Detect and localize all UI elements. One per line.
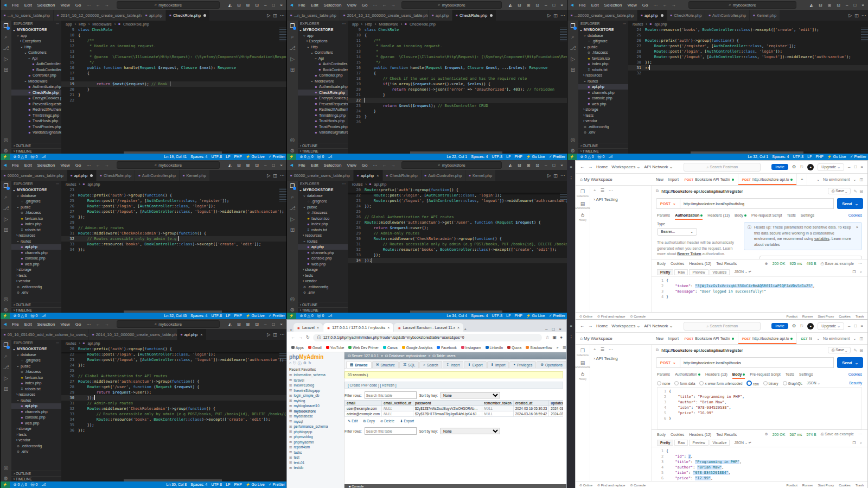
response-body-viewer[interactable]: 1{2 "token": "3|WjIszGs1sVcisgbL33XvC4rB… — [652, 276, 867, 313]
status-item-php[interactable]: PHP — [234, 314, 241, 318]
body-mode-none[interactable]: none — [657, 381, 670, 385]
forward-icon[interactable]: → — [588, 164, 592, 169]
layout-custom-icon[interactable]: ⊡ — [533, 163, 541, 168]
back-icon[interactable]: ← — [580, 324, 584, 328]
tree-item-database[interactable]: ⌄database — [578, 33, 628, 39]
run-debug-icon[interactable]: ▷ — [571, 56, 575, 62]
search-view-icon[interactable]: ⌕ — [4, 34, 8, 40]
tree-item-apiphp[interactable]: ■api.php — [11, 244, 61, 250]
footer-cookies[interactable]: Cookies — [839, 315, 851, 318]
window-search-box[interactable]: ⌕mybookstore — [688, 1, 796, 9]
pma-tab-operations[interactable]: ⚙Operations — [537, 361, 566, 368]
status-item-lf[interactable]: LF — [226, 483, 230, 487]
collections-icon[interactable]: ❐ — [580, 348, 585, 353]
footer-start-proxy[interactable]: Start Proxy — [818, 315, 834, 318]
console-tab[interactable]: ■ Console — [344, 484, 566, 488]
profile-avatar[interactable]: ● — [560, 335, 563, 340]
send-button[interactable]: Send⌄ — [837, 357, 863, 368]
code-editor[interactable]: 24Route::resource('books', BookControlle… — [628, 27, 868, 154]
menu-go[interactable]: Go — [73, 3, 84, 8]
menu-file[interactable]: File — [10, 3, 21, 8]
tree-item-storage[interactable]: ›storage — [578, 107, 628, 113]
editor-tab[interactable]: ■Kernel.php — [750, 10, 780, 21]
postman-search-box[interactable]: ⌕ Search Postman — [684, 322, 761, 331]
table-row[interactable]: admin@example.comNULL$2y$12$H1T8mwaT8qUg… — [345, 411, 564, 417]
status-item-prettier[interactable]: ✓ Prettier — [269, 483, 285, 487]
new-button[interactable]: New — [654, 178, 666, 181]
tree-item-exceptions[interactable]: ›Exceptions — [298, 39, 348, 45]
db-item-report4am[interactable]: ⊞report4am — [289, 445, 342, 450]
url-input[interactable]: http://mybookstore.local/api/books — [680, 357, 834, 368]
editor-tab[interactable]: ■AuthController.php — [135, 170, 180, 181]
tree-item-apiphp[interactable]: ■api.php — [578, 84, 628, 90]
breadcrumb-item[interactable]: api.php — [87, 182, 100, 186]
tree-item-htaccess[interactable]: ⚙.htaccess — [578, 50, 628, 56]
tree-item-resources[interactable]: ›resources — [578, 73, 628, 79]
tree-item-consolephp[interactable]: ■console.php — [11, 256, 61, 262]
expand-icon[interactable]: ⊞ — [289, 455, 292, 460]
explorer-icon[interactable]: ❐ — [4, 183, 9, 189]
minimize-button[interactable]: – — [542, 3, 549, 8]
menu-edit[interactable]: Edit — [589, 3, 601, 8]
panel-timeline[interactable]: › TIMELINE — [298, 307, 348, 313]
editor-tab[interactable]: ■...n_to_users_table.php — [1, 10, 54, 21]
tree-item-robotstxt[interactable]: ≡robots.txt — [11, 227, 61, 233]
editor-tab[interactable]: ■...00000_create_users_table.php — [567, 10, 637, 21]
editor-tab[interactable]: ■03_16_051450_add_role_column_to_users_t… — [1, 329, 89, 340]
reload-icon[interactable]: ↻ — [306, 335, 310, 340]
layout-sidebar-icon[interactable]: ◭ — [507, 3, 514, 8]
panel-timeline[interactable]: › TIMELINE — [11, 307, 61, 313]
tree-item-trimstringsphp[interactable]: ■TrimStrings.php — [298, 112, 348, 118]
tree-item-exceptions[interactable]: ›Exceptions — [11, 39, 61, 45]
save-button[interactable]: ⎙ Save ⌄ — [828, 188, 851, 194]
remote-indicator[interactable]: ⚡ — [287, 313, 296, 319]
search-view-icon[interactable]: ⌕ — [291, 34, 294, 40]
run-debug-icon[interactable]: ▷ — [4, 375, 8, 381]
close-button[interactable]: × — [278, 322, 285, 327]
pma-tab-insert[interactable]: ↧Insert — [443, 361, 464, 368]
menu-selection[interactable]: Selection — [602, 3, 624, 8]
db-item-livewire3blogapp[interactable]: ⊞livewire3blogapp — [289, 388, 342, 394]
tree-item-trustproxiesphp[interactable]: ■TrustProxies.php — [11, 124, 61, 130]
cursor-position[interactable]: Ln 19, Col 41 — [164, 155, 187, 159]
breadcrumb-item[interactable]: Middleware — [379, 22, 398, 26]
layout-sidebar-icon[interactable]: ◭ — [226, 322, 234, 327]
close-button[interactable]: × — [859, 3, 866, 8]
extensions-icon[interactable]: ▣ — [553, 335, 557, 340]
expand-icon[interactable]: ⊞ — [289, 414, 292, 419]
nav-home[interactable]: Home — [596, 164, 608, 169]
filter-icon[interactable]: ☰ — [601, 188, 604, 193]
table-row[interactable]: user@example.comNULL$2y$12$7vWsDuclSuyvV… — [345, 406, 564, 411]
tree-item-preventrequests[interactable]: ■PreventRequests... — [298, 101, 348, 107]
new-button[interactable]: New — [654, 337, 666, 340]
new-tab-button[interactable]: + — [464, 327, 467, 332]
horizontal-scrollbar[interactable] — [410, 151, 502, 154]
split-editor-button[interactable]: ◫ — [553, 173, 558, 178]
tree-item-controllers[interactable]: ⌄Controllers — [11, 50, 61, 56]
source-control-icon[interactable]: ⎇ — [3, 205, 9, 211]
horizontal-scrollbar[interactable] — [691, 151, 803, 154]
expand-icon[interactable]: ⊞ — [289, 466, 292, 470]
menu-edit[interactable]: Edit — [22, 322, 34, 327]
tree-item-editorconfig[interactable]: ⚙.editorconfig — [578, 124, 628, 130]
settings-gear-icon[interactable]: ⚙ — [792, 324, 796, 328]
explorer-icon[interactable]: ❐ — [290, 23, 295, 29]
remote-indicator[interactable]: ⚡ — [567, 154, 577, 160]
request-tab-prerequestscript[interactable]: Pre-request Script — [751, 211, 782, 220]
sort-select[interactable]: None — [441, 428, 500, 434]
status-item-lf[interactable]: LF — [506, 155, 510, 159]
body-format-select[interactable]: JSON ⌄ — [807, 381, 820, 385]
breadcrumb-item[interactable]: CheckRole.php — [123, 22, 149, 26]
db-item-informationschema[interactable]: ⊞information_schema — [289, 372, 342, 378]
remote-indicator[interactable]: ⚡ — [1, 481, 10, 488]
tree-item-webphp[interactable]: ■web.php — [298, 261, 348, 267]
pma-tab-structure[interactable]: ⚒Structure — [372, 361, 399, 368]
new-tab-button[interactable]: + — [797, 174, 807, 185]
body-mode-binary[interactable]: binary — [763, 381, 778, 385]
explorer-icon[interactable]: ❐ — [4, 342, 9, 348]
comment-icon[interactable]: ⊟ — [860, 348, 863, 353]
explorer-more-icon[interactable]: ⋯ — [342, 22, 346, 26]
problems-indicator[interactable]: ⊘ 0 △ 0 — [14, 155, 27, 159]
run-button[interactable]: ▷ — [267, 173, 270, 178]
editor-tab[interactable]: ■CheckRole.php — [667, 10, 706, 21]
